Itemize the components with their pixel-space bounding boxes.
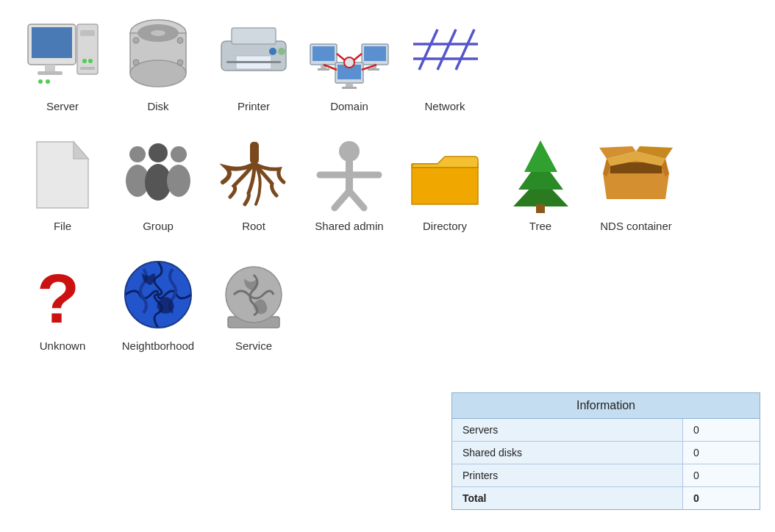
icon-item-domain: Domain [301, 15, 397, 112]
table-cell-value: 0 [682, 487, 760, 510]
info-table: Information Servers0Shared disks0Printer… [451, 392, 760, 510]
icon-item-file: File [15, 134, 110, 232]
svg-line-45 [438, 29, 456, 70]
row-3: ? Unknown Neightborhood [0, 247, 775, 367]
row-1: Server Disk [0, 0, 775, 127]
server-label: Server [46, 100, 79, 112]
table-cell-value: 0 [682, 442, 760, 464]
disk-label: Disk [147, 100, 168, 112]
disk-icon [121, 15, 195, 96]
svg-point-56 [167, 165, 190, 197]
icon-item-server: Server [15, 15, 110, 112]
group-icon [121, 134, 195, 215]
network-icon [408, 15, 482, 96]
svg-point-4 [38, 79, 43, 84]
icon-item-directory: Directory [397, 134, 493, 232]
icon-item-group: Group [110, 134, 206, 232]
svg-marker-61 [524, 140, 557, 172]
svg-rect-10 [80, 67, 95, 70]
svg-rect-57 [250, 142, 259, 164]
icon-item-nds-container: NDS container [588, 134, 684, 232]
svg-rect-30 [318, 68, 329, 71]
svg-rect-37 [346, 83, 353, 87]
svg-point-17 [177, 37, 183, 43]
svg-point-16 [133, 37, 139, 43]
table-cell-value: 0 [682, 419, 760, 442]
svg-point-55 [171, 146, 187, 162]
table-row: Printers0 [452, 464, 760, 487]
service-icon [217, 254, 290, 335]
icon-item-network: Network [397, 15, 493, 112]
svg-rect-22 [232, 28, 276, 44]
icon-item-printer: Printer [206, 15, 301, 112]
table-cell-value: 0 [682, 464, 760, 487]
svg-point-5 [46, 79, 50, 84]
tree-label: Tree [529, 220, 551, 232]
file-icon [26, 134, 99, 215]
svg-point-19 [177, 60, 183, 65]
svg-rect-7 [80, 30, 95, 36]
svg-rect-34 [368, 68, 379, 71]
svg-marker-50 [74, 142, 88, 159]
svg-line-44 [419, 29, 438, 70]
icon-item-service: Service [206, 254, 301, 352]
table-cell-label: Total [452, 487, 683, 510]
svg-rect-1 [32, 27, 72, 58]
server-icon [26, 15, 99, 96]
svg-line-46 [456, 29, 474, 70]
domain-label: Domain [330, 100, 368, 112]
svg-point-8 [82, 59, 87, 63]
table-row: Total0 [452, 487, 760, 510]
tree-icon [504, 134, 577, 215]
svg-point-15 [151, 30, 165, 36]
directory-icon [408, 134, 482, 215]
icon-item-disk: Disk [110, 15, 206, 112]
svg-rect-26 [226, 61, 281, 63]
table-row: Shared disks0 [452, 442, 760, 464]
info-table-title: Information [452, 393, 760, 419]
svg-rect-28 [312, 46, 335, 61]
table-cell-label: Servers [452, 419, 683, 442]
table-row: Servers0 [452, 419, 760, 442]
icon-item-shared-admin: Shared admin [301, 134, 397, 232]
svg-point-43 [344, 57, 354, 68]
unknown-label: Unknown [40, 339, 86, 352]
printer-label: Printer [238, 100, 270, 112]
file-label: File [54, 220, 71, 232]
icon-item-unknown: ? Unknown [15, 254, 110, 352]
shared-admin-icon [312, 134, 386, 215]
shared-admin-label: Shared admin [315, 220, 383, 232]
nds-container-label: NDS container [600, 220, 672, 232]
neightborhood-label: Neightborhood [122, 339, 194, 352]
table-cell-label: Printers [452, 464, 683, 487]
svg-rect-62 [536, 204, 545, 213]
svg-marker-65 [603, 173, 669, 199]
network-label: Network [424, 100, 465, 112]
svg-point-24 [269, 48, 276, 55]
nds-container-icon [599, 134, 673, 215]
svg-rect-2 [45, 65, 55, 72]
unknown-icon: ? [26, 254, 99, 335]
row-2: File Group [0, 127, 775, 247]
svg-rect-3 [38, 71, 63, 75]
service-label: Service [235, 339, 272, 352]
svg-point-9 [88, 59, 93, 63]
directory-label: Directory [423, 220, 467, 232]
icon-item-tree: Tree [493, 134, 588, 232]
domain-icon [312, 15, 386, 96]
icon-item-root: Root [206, 134, 301, 232]
svg-rect-32 [364, 46, 386, 61]
printer-icon [217, 15, 290, 96]
icon-item-neightborhood: Neightborhood [110, 254, 206, 352]
svg-point-18 [133, 60, 139, 65]
svg-text:?: ? [37, 259, 79, 337]
info-table-container: Information Servers0Shared disks0Printer… [451, 392, 760, 510]
svg-rect-38 [342, 87, 357, 89]
neightborhood-icon [121, 254, 195, 335]
root-label: Root [242, 220, 265, 232]
root-icon [217, 134, 290, 215]
group-label: Group [143, 220, 174, 232]
svg-point-25 [278, 48, 285, 55]
svg-point-51 [129, 146, 146, 162]
svg-point-53 [149, 143, 168, 162]
